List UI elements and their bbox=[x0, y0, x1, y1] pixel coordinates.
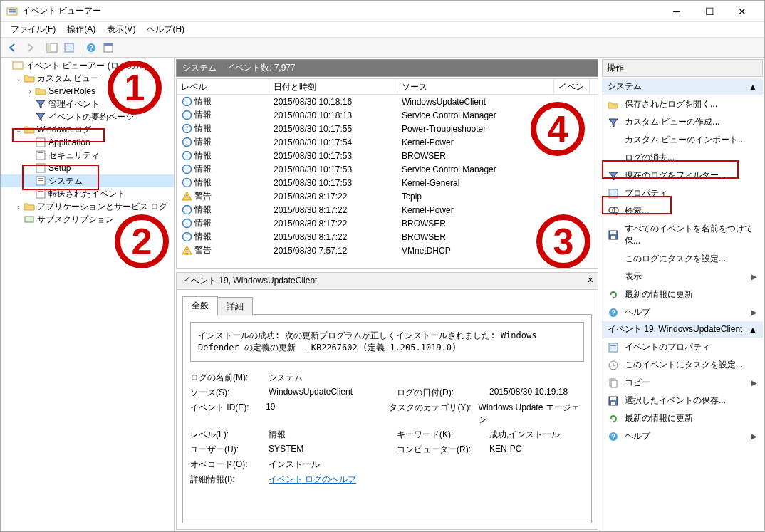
tree-appservice[interactable]: › アプリケーションとサービス ログ bbox=[1, 200, 174, 213]
action-item[interactable]: 選択したイベントの保存... bbox=[602, 392, 763, 410]
detail-tabs: 全般 詳細 bbox=[182, 296, 592, 314]
tree-setup[interactable]: Setup bbox=[1, 162, 174, 174]
col-source[interactable]: ソース bbox=[397, 79, 554, 94]
maximize-button[interactable]: ☐ bbox=[693, 1, 726, 22]
value-computer: KEN-PC bbox=[489, 444, 521, 456]
close-button[interactable]: ✕ bbox=[726, 1, 759, 22]
tree-security[interactable]: セキュリティ bbox=[1, 149, 174, 162]
action-item[interactable]: 表示▶ bbox=[602, 268, 763, 286]
action-item[interactable]: 最新の情報に更新 bbox=[602, 286, 763, 303]
action-item[interactable]: ?ヘルプ▶ bbox=[602, 427, 763, 445]
help-button[interactable]: ? bbox=[83, 40, 99, 56]
label-user: ユーザー(U): bbox=[190, 444, 269, 456]
action-item[interactable]: イベントのプロパティ bbox=[602, 338, 763, 356]
tree-label: サブスクリプション bbox=[37, 214, 114, 226]
folder-icon bbox=[24, 73, 35, 84]
event-row[interactable]: !警告2015/08/30 7:57:12VMnetDHCP bbox=[177, 244, 598, 257]
action-item[interactable]: 最新の情報に更新 bbox=[602, 410, 763, 427]
expand-icon[interactable]: › bbox=[25, 88, 35, 95]
label-source: ソース(S): bbox=[190, 387, 269, 399]
tree-system[interactable]: システム bbox=[1, 174, 174, 187]
grid-body[interactable]: i情報2015/08/30 10:18:16WindowsUpdateClien… bbox=[177, 95, 598, 268]
action-item[interactable]: 検索... bbox=[602, 202, 763, 220]
tree-customview[interactable]: ⌄ カスタム ビュー bbox=[1, 72, 174, 85]
detail-close-button[interactable]: × bbox=[588, 274, 593, 286]
svg-rect-68 bbox=[611, 402, 615, 405]
tree-subscription[interactable]: サブスクリプション bbox=[1, 213, 174, 226]
action-section-system: システム ▲ bbox=[602, 78, 763, 95]
event-row[interactable]: i情報2015/08/30 10:18:13Service Control Ma… bbox=[177, 108, 598, 122]
expand-icon[interactable]: › bbox=[14, 203, 24, 211]
action-section-label: システム bbox=[608, 80, 642, 93]
action-item[interactable]: ?ヘルプ▶ bbox=[602, 303, 763, 321]
collapse-icon[interactable]: ▲ bbox=[749, 325, 757, 335]
action-item[interactable]: このログにタスクを設定... bbox=[602, 250, 763, 268]
center-title: システム bbox=[182, 62, 217, 74]
minimize-button[interactable]: ─ bbox=[660, 1, 693, 22]
label-logdate: ログの日付(D): bbox=[397, 387, 489, 399]
collapse-icon[interactable]: ▲ bbox=[749, 82, 757, 92]
event-row[interactable]: i情報2015/08/30 10:17:53Service Control Ma… bbox=[177, 162, 598, 176]
event-row[interactable]: !警告2015/08/30 8:17:22Tcpip bbox=[177, 189, 598, 203]
submenu-arrow-icon: ▶ bbox=[751, 273, 757, 281]
event-level: 警告 bbox=[194, 190, 212, 202]
menu-help[interactable]: ヘルプ(H) bbox=[141, 22, 190, 37]
action-item[interactable]: カスタム ビューのインポート... bbox=[602, 131, 763, 149]
event-row[interactable]: i情報2015/08/30 8:17:22BROWSER bbox=[177, 217, 598, 230]
tree-adminevents[interactable]: 管理イベント bbox=[1, 98, 174, 110]
action-item[interactable]: カスタム ビューの作成... bbox=[602, 113, 763, 131]
link-eventloghelp[interactable]: イベント ログのヘルプ bbox=[269, 474, 356, 484]
toolbar-extra-button[interactable] bbox=[100, 40, 116, 56]
event-row[interactable]: i情報2015/08/30 8:17:22Kernel-Power bbox=[177, 203, 598, 217]
nav-back-button[interactable] bbox=[5, 40, 21, 56]
tree-label: イベントの要約ページ bbox=[48, 111, 134, 123]
value-logname: システム bbox=[269, 372, 397, 384]
tree-serverroles[interactable]: › ServerRoles bbox=[1, 85, 174, 98]
action-item[interactable]: プロパティ bbox=[602, 184, 763, 202]
show-tree-button[interactable] bbox=[44, 40, 60, 56]
tab-detail[interactable]: 詳細 bbox=[217, 297, 253, 315]
warning-icon: ! bbox=[181, 245, 192, 256]
properties-button[interactable] bbox=[61, 40, 77, 56]
toolbar: ? bbox=[1, 38, 764, 58]
event-level: 情報 bbox=[194, 109, 212, 121]
tree-summarypage[interactable]: イベントの要約ページ bbox=[1, 110, 174, 123]
menu-view[interactable]: 表示(V) bbox=[101, 22, 141, 37]
nav-forward-button[interactable] bbox=[22, 40, 38, 56]
center-header: システム イベント数: 7,977 bbox=[176, 59, 598, 77]
search-icon bbox=[608, 206, 619, 217]
tree-windowslog[interactable]: ⌄ Windows ログ bbox=[1, 123, 174, 136]
action-item[interactable]: ログの消去... bbox=[602, 149, 763, 167]
col-date[interactable]: 日付と時刻 bbox=[269, 79, 397, 94]
action-item[interactable]: 保存されたログを開く... bbox=[602, 95, 763, 113]
action-item[interactable]: コピー▶ bbox=[602, 374, 763, 392]
event-row[interactable]: i情報2015/08/30 10:17:54Kernel-Power bbox=[177, 135, 598, 149]
action-item[interactable]: このイベントにタスクを設定... bbox=[602, 356, 763, 374]
action-pane-header: 操作 bbox=[602, 59, 763, 77]
tree-application[interactable]: Application bbox=[1, 136, 174, 149]
tree-label: Windows ログ bbox=[37, 124, 91, 136]
value-taskcat: Windows Update エージェン bbox=[479, 402, 584, 426]
event-row[interactable]: i情報2015/08/30 10:17:53Kernel-General bbox=[177, 176, 598, 189]
tab-general[interactable]: 全般 bbox=[182, 296, 218, 315]
tree-label: ServerRoles bbox=[48, 86, 95, 96]
label-logname: ログの名前(M): bbox=[190, 372, 269, 384]
tree-forwarded[interactable]: 転送されたイベント bbox=[1, 187, 174, 200]
action-item[interactable]: 現在のログをフィルター... bbox=[602, 167, 763, 184]
expand-icon[interactable]: ⌄ bbox=[14, 126, 24, 134]
col-event[interactable]: イベン bbox=[554, 79, 590, 94]
expand-icon[interactable]: ⌄ bbox=[14, 75, 24, 83]
event-row[interactable]: i情報2015/08/30 10:17:53BROWSER bbox=[177, 149, 598, 162]
tree-root[interactable]: イベント ビューアー (ローカル) bbox=[1, 59, 174, 72]
menu-action[interactable]: 操作(A) bbox=[61, 22, 101, 37]
action-label: 現在のログをフィルター... bbox=[625, 169, 757, 182]
action-item[interactable]: すべてのイベントを名前をつけて保... bbox=[602, 220, 763, 250]
event-row[interactable]: i情報2015/08/30 8:17:22BROWSER bbox=[177, 230, 598, 244]
col-level[interactable]: レベル bbox=[177, 79, 269, 94]
menu-file[interactable]: ファイル(F) bbox=[5, 22, 61, 37]
svg-rect-65 bbox=[611, 380, 617, 387]
event-row[interactable]: i情報2015/08/30 10:18:16WindowsUpdateClien… bbox=[177, 95, 598, 108]
value-opcode: インストール bbox=[269, 459, 397, 471]
event-row[interactable]: i情報2015/08/30 10:17:55Power-Troubleshoot… bbox=[177, 122, 598, 135]
value-logdate: 2015/08/30 10:19:18 bbox=[489, 387, 568, 399]
